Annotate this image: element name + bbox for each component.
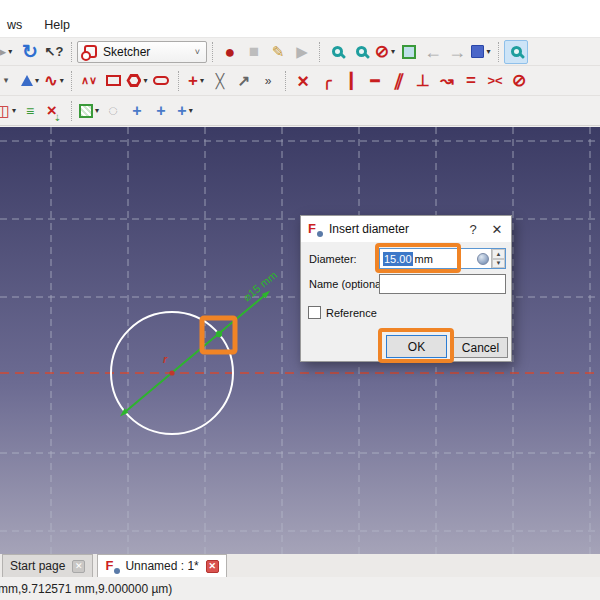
tab-label: Start page	[10, 559, 65, 573]
macro-record-icon[interactable]: ●	[218, 40, 242, 64]
isometric-view-icon[interactable]	[397, 40, 421, 64]
create-point-icon: +	[188, 72, 198, 89]
create-point-icon[interactable]: +▾	[184, 69, 208, 93]
freecad-app-icon: F	[105, 559, 118, 573]
create-slot-icon[interactable]	[149, 69, 173, 93]
chevron-down-icon: ˅	[195, 47, 200, 57]
macro-stop-icon[interactable]: ■	[242, 40, 266, 64]
toolbar-overflow-icon[interactable]: »	[256, 69, 280, 93]
bspline-insert-knot-icon: +	[132, 103, 141, 119]
create-polygon-icon[interactable]: ▾	[125, 69, 149, 93]
bspline-insert-knot-icon[interactable]: +	[125, 99, 149, 123]
close-tab-icon[interactable]: ✕	[206, 560, 219, 573]
extend-edge-icon: ↗	[238, 73, 251, 88]
macro-play-icon[interactable]: ▶	[290, 40, 314, 64]
document-tab-unnamed-1-[interactable]: FUnnamed : 1*✕	[97, 554, 226, 577]
fit-all-icon[interactable]	[325, 40, 349, 64]
create-conic-icon[interactable]: ▾	[18, 69, 42, 93]
reference-label: Reference	[326, 307, 377, 319]
create-bspline-icon[interactable]: ∿▾	[42, 69, 66, 93]
create-conic-icon	[21, 75, 33, 86]
toolbar-separator	[71, 42, 72, 62]
reference-checkbox[interactable]	[308, 306, 321, 319]
dropdown-arrow-icon[interactable]: ▾	[189, 106, 193, 115]
menu-item-help[interactable]: Help	[42, 17, 72, 33]
delete-constraints-icon[interactable]: ×⇣	[42, 99, 66, 123]
nav-forward-icon[interactable]: →	[445, 40, 469, 64]
constraint-coincident-icon[interactable]: ×	[291, 69, 315, 93]
dropdown-arrow-icon[interactable]: ▾	[200, 76, 204, 85]
toolbar-overflow-icon: »	[265, 75, 272, 87]
bspline-degree-icon: ◌	[108, 103, 118, 119]
constraint-parallel-icon[interactable]: ∥	[387, 69, 411, 93]
dialog-close-button[interactable]: ✕	[485, 218, 509, 240]
ok-button[interactable]: OK	[386, 335, 447, 358]
fit-selection-icon[interactable]	[349, 40, 373, 64]
dropdown-arrow-icon[interactable]: ▾	[95, 106, 99, 115]
spin-up-icon[interactable]: ▲	[492, 249, 505, 259]
trim-edge-icon: ╳	[216, 74, 224, 88]
delete-constraints-icon: ⇣	[54, 114, 62, 123]
create-rectangle-icon[interactable]	[101, 69, 125, 93]
close-tab-icon[interactable]: ✕	[72, 560, 85, 573]
trim-edge-icon[interactable]: ╳	[208, 69, 232, 93]
sync-view-icon[interactable]	[504, 40, 528, 64]
convert-to-bspline-icon[interactable]: ▾	[77, 99, 101, 123]
diameter-dimension-line[interactable]	[125, 295, 265, 412]
create-polygon-icon	[126, 74, 141, 87]
spin-down-icon[interactable]: ▼	[492, 259, 505, 269]
constraint-perpendicular-icon[interactable]: ⊥	[411, 69, 435, 93]
constraint-point-on-object-icon[interactable]: ╭	[315, 69, 339, 93]
macro-edit-icon[interactable]: ✎	[266, 40, 290, 64]
dropdown-arrow-icon[interactable]: ▾	[35, 76, 39, 85]
extend-edge-icon[interactable]: ↗	[232, 69, 256, 93]
bspline-increase-degree-icon[interactable]: +	[149, 99, 173, 123]
cancel-button[interactable]: Cancel	[453, 337, 508, 358]
toolbar-separator	[71, 101, 72, 121]
dropdown-arrow-icon[interactable]: ▾	[60, 76, 64, 85]
menu-item-ws[interactable]: ws	[5, 17, 24, 33]
constraint-tangent-icon[interactable]: ↝	[435, 69, 459, 93]
bspline-modify-knot-icon: +	[177, 103, 186, 119]
draw-style-icon[interactable]: ⊘▾	[373, 40, 397, 64]
origin-point[interactable]	[169, 370, 174, 375]
name-input[interactable]	[379, 274, 506, 294]
refresh-icon[interactable]: ↻	[18, 40, 42, 64]
diameter-input[interactable]: 15.00 mm ▲ ▼	[379, 248, 506, 269]
constraint-horizontal-icon: ━	[370, 73, 379, 88]
rotate-view-icon[interactable]: ▾	[469, 40, 493, 64]
dialog-title-bar[interactable]: F Insert diameter ? ✕	[301, 216, 511, 242]
create-polyline-icon: ∧∨	[81, 75, 97, 86]
document-tab-start-page[interactable]: Start page✕	[2, 554, 93, 577]
bspline-degree-icon[interactable]: ◌	[101, 99, 125, 123]
bspline-increase-degree-icon: +	[156, 103, 165, 119]
dialog-help-button[interactable]: ?	[461, 218, 485, 240]
dropdown-arrow-icon[interactable]: ▾	[486, 47, 490, 56]
constraint-equal-icon: =	[466, 72, 476, 89]
constraint-equal-icon[interactable]: =	[459, 69, 483, 93]
constraint-vertical-icon[interactable]: ┃	[339, 69, 363, 93]
nav-forward-icon: →	[448, 43, 466, 61]
tab-label: Unnamed : 1*	[125, 559, 198, 573]
workbench-selector[interactable]: Sketcher˅	[77, 41, 207, 63]
dropdown-arrow-icon[interactable]: ▾	[12, 106, 16, 115]
geometry-dropdown-partial-icon[interactable]: ▾	[0, 69, 18, 93]
dropdown-arrow-icon[interactable]: ▾	[8, 47, 12, 56]
dropdown-arrow-icon[interactable]: ▾	[143, 76, 147, 85]
expression-editor-icon[interactable]	[477, 253, 489, 265]
constraint-block-icon[interactable]: ⊘	[507, 69, 531, 93]
nav-back-icon[interactable]: ←	[421, 40, 445, 64]
constraint-horizontal-icon[interactable]: ━	[363, 69, 387, 93]
whats-this-icon[interactable]: ↖?	[42, 40, 66, 64]
bspline-modify-knot-icon[interactable]: +▾	[173, 99, 197, 123]
file-dropdown-partial-icon[interactable]: ▸▾	[0, 40, 18, 64]
dropdown-arrow-icon[interactable]: ▾	[391, 47, 395, 56]
toggle-construction-icon[interactable]: ◫▾	[0, 99, 18, 123]
diameter-spinner[interactable]: ▲ ▼	[491, 249, 505, 268]
constraint-symmetric-icon[interactable]: ><	[483, 69, 507, 93]
toolbar-sketcher-tools: ◫▾≡×⇣▾◌+++▾	[0, 96, 600, 126]
circle-edge-point[interactable]	[216, 331, 222, 337]
toolbar-separator	[498, 42, 499, 62]
create-polyline-icon[interactable]: ∧∨	[77, 69, 101, 93]
internal-geometry-icon[interactable]: ≡	[18, 99, 42, 123]
